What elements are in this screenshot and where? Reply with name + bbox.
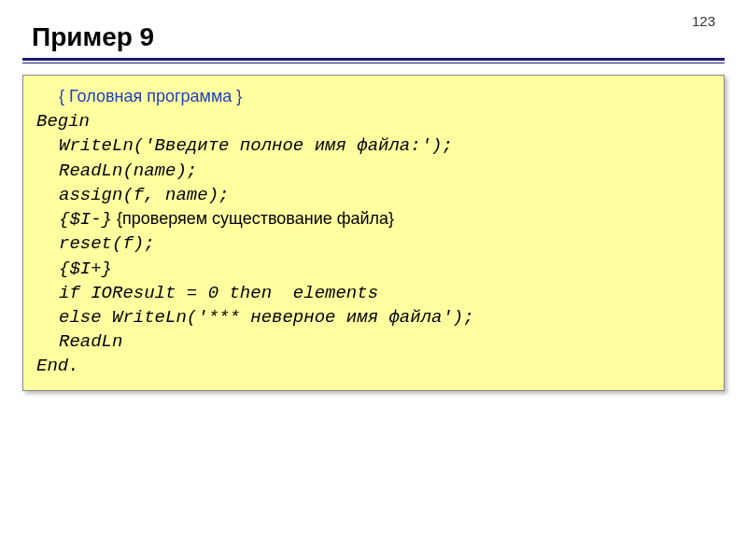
code-text: assign(f, name); bbox=[59, 185, 229, 205]
code-comment: { Головная программа } bbox=[59, 87, 242, 105]
code-line: { Головная программа } bbox=[36, 85, 711, 109]
title-underline bbox=[22, 58, 725, 63]
code-text: if IOResult = 0 then elements bbox=[59, 283, 378, 303]
code-text: ReadLn bbox=[59, 331, 122, 352]
code-block: { Головная программа } Begin WriteLn('Вв… bbox=[22, 75, 725, 391]
code-comment: {проверяем существование файла} bbox=[112, 209, 394, 228]
page-number: 123 bbox=[692, 13, 715, 29]
code-text: ReadLn(name); bbox=[59, 161, 197, 181]
code-line: End. bbox=[36, 354, 711, 378]
code-line: Begin bbox=[36, 109, 711, 133]
code-line: ReadLn bbox=[36, 329, 711, 354]
code-line: WriteLn('Введите полное имя файла:'); bbox=[36, 133, 711, 158]
code-line: ReadLn(name); bbox=[36, 159, 711, 183]
code-text: reset(f); bbox=[59, 233, 155, 254]
code-line: assign(f, name); bbox=[36, 183, 711, 207]
code-line: if IOResult = 0 then elements bbox=[36, 281, 711, 305]
slide-title: Пример 9 bbox=[32, 22, 154, 52]
code-line: {$I-} {проверяем существование файла} bbox=[36, 207, 711, 231]
code-line: reset(f); bbox=[36, 231, 711, 256]
code-text: WriteLn('Введите полное имя файла:'); bbox=[59, 135, 453, 156]
code-line: else WriteLn('*** неверное имя файла'); bbox=[36, 305, 711, 329]
code-text: {$I+} bbox=[59, 259, 112, 279]
code-text: else WriteLn('*** неверное имя файла'); bbox=[59, 307, 474, 328]
code-text: {$I-} bbox=[59, 209, 112, 230]
code-line: {$I+} bbox=[36, 257, 711, 281]
